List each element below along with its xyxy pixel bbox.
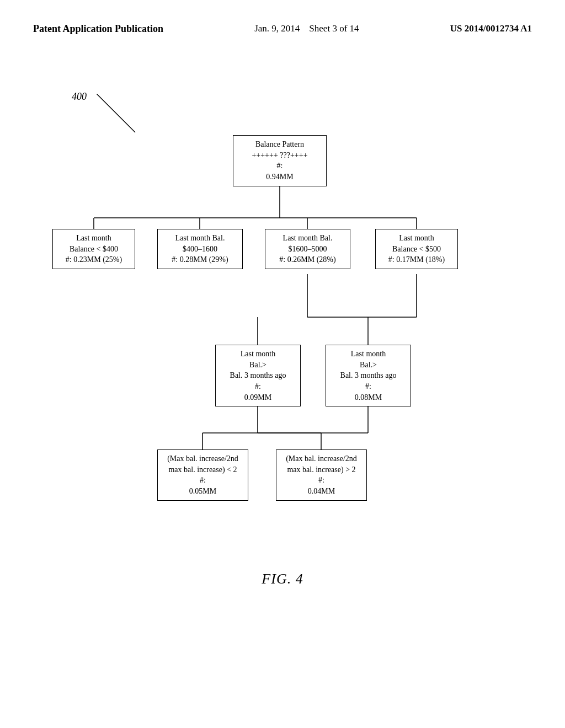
patent-number: US 2014/0012734 A1 <box>450 23 532 34</box>
diagram-area: 400 Balance Pattern ++++++ ???++++ #: 0.… <box>0 47 565 654</box>
level1-box-4: Last month Balance < $500 #: 0.17MM (18%… <box>375 229 458 269</box>
publication-date: Jan. 9, 2014 <box>254 23 300 34</box>
page-header: Patent Application Publication Jan. 9, 2… <box>0 0 565 36</box>
level3-box-2: (Max bal. increase/2nd max bal. increase… <box>276 449 367 500</box>
sheet-info: Sheet 3 of 14 <box>309 23 359 34</box>
ref-number: 400 <box>72 91 87 103</box>
svg-line-17 <box>97 94 135 132</box>
level3-box-1: (Max bal. increase/2nd max bal. increase… <box>157 449 248 500</box>
publication-label: Patent Application Publication <box>33 23 163 34</box>
level2-box-2: Last month Bal.> Bal. 3 months ago #: 0.… <box>326 345 411 406</box>
root-box: Balance Pattern ++++++ ???++++ #: 0.94MM <box>233 135 327 186</box>
level2-box-1: Last month Bal.> Bal. 3 months ago #: 0.… <box>215 345 301 406</box>
level1-box-2: Last month Bal. $400–1600 #: 0.28MM (29%… <box>157 229 243 269</box>
level1-box-1: Last month Balance < $400 #: 0.23MM (25%… <box>52 229 135 269</box>
figure-label: FIG. 4 <box>262 571 303 587</box>
header-right: US 2014/0012734 A1 <box>450 22 532 35</box>
ref-arrow <box>97 94 141 138</box>
header-center: Jan. 9, 2014 Sheet 3 of 14 <box>254 22 359 35</box>
header-left: Patent Application Publication <box>33 22 163 36</box>
level1-box-3: Last month Bal. $1600–5000 #: 0.26MM (28… <box>265 229 350 269</box>
